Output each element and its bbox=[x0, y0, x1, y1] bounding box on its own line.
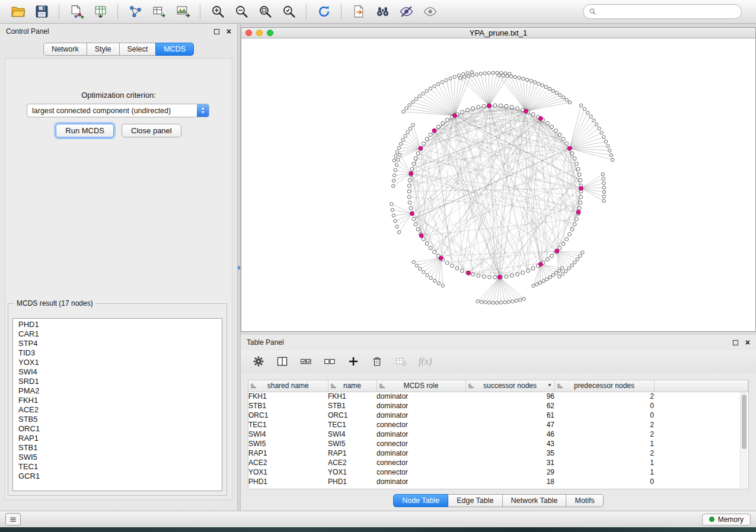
share-document-button[interactable] bbox=[348, 2, 369, 21]
mcds-result-item[interactable]: PMA2 bbox=[13, 386, 222, 396]
mcds-result-item[interactable]: SRD1 bbox=[13, 377, 222, 386]
table-cell[interactable]: 0 bbox=[554, 477, 654, 486]
table-row[interactable]: YOX1YOX1connector291 bbox=[248, 467, 748, 477]
export-image-button[interactable] bbox=[172, 2, 193, 21]
table-cell[interactable]: 2 bbox=[554, 430, 654, 439]
table-scrollbar[interactable] bbox=[740, 392, 748, 488]
table-cell[interactable]: 2 bbox=[554, 420, 654, 430]
mcds-result-list[interactable]: PHD1CAR1STP4TID3YOX1SWI4SRD1PMA2FKH1ACE2… bbox=[12, 318, 222, 491]
table-cell[interactable]: 47 bbox=[465, 420, 554, 430]
refresh-view-button[interactable] bbox=[313, 2, 334, 21]
table-cell[interactable]: ACE2 bbox=[328, 458, 377, 467]
mcds-result-item[interactable]: YOX1 bbox=[13, 358, 222, 367]
table-cell[interactable]: dominator bbox=[377, 448, 465, 458]
table-cell[interactable]: 29 bbox=[465, 467, 554, 477]
float-panel-icon[interactable] bbox=[214, 29, 219, 34]
hide-details-button[interactable] bbox=[395, 2, 417, 21]
table-cell[interactable]: RAP1 bbox=[248, 448, 328, 458]
table-cell[interactable]: 1 bbox=[554, 467, 654, 477]
table-cell[interactable]: FKH1 bbox=[248, 392, 328, 401]
table-cell[interactable]: 2 bbox=[554, 392, 654, 401]
table-cell[interactable]: SWI4 bbox=[328, 430, 377, 439]
column-header-successor-nodes[interactable]: successor nodes▾ bbox=[465, 380, 554, 392]
show-details-button[interactable] bbox=[419, 2, 441, 21]
memory-button[interactable]: Memory bbox=[702, 514, 751, 525]
mcds-result-item[interactable]: ACE2 bbox=[13, 405, 222, 415]
mcds-result-item[interactable]: GCR1 bbox=[13, 472, 222, 481]
table-cell[interactable]: PHD1 bbox=[328, 477, 377, 486]
mcds-result-item[interactable]: FKH1 bbox=[13, 396, 222, 405]
mcds-result-item[interactable]: STB5 bbox=[13, 415, 222, 424]
zoom-in-button[interactable] bbox=[207, 2, 228, 21]
table-cell[interactable]: 61 bbox=[465, 411, 554, 420]
network-graph[interactable] bbox=[241, 39, 755, 331]
table-cell[interactable]: ORC1 bbox=[328, 411, 377, 420]
table-cell[interactable]: 46 bbox=[465, 430, 554, 439]
mcds-result-item[interactable]: SWI5 bbox=[13, 453, 222, 462]
table-cell[interactable]: dominator bbox=[377, 401, 465, 411]
save-session-button[interactable] bbox=[31, 2, 52, 21]
table-cell[interactable]: dominator bbox=[377, 411, 465, 420]
table-scrollbar-thumb[interactable] bbox=[742, 395, 747, 449]
search-network-button[interactable] bbox=[372, 2, 393, 21]
zoom-selected-button[interactable] bbox=[278, 2, 299, 21]
table-row[interactable]: TEC1TEC1connector472 bbox=[248, 420, 748, 430]
table-cell[interactable]: YOX1 bbox=[328, 467, 377, 477]
table-row[interactable]: STB1STB1dominator620 bbox=[248, 401, 748, 411]
zoom-out-button[interactable] bbox=[231, 2, 252, 21]
table-cell[interactable]: STB1 bbox=[328, 401, 377, 411]
mcds-result-item[interactable]: CAR1 bbox=[13, 329, 222, 339]
mcds-result-item[interactable]: STP4 bbox=[13, 339, 222, 348]
column-header-name[interactable]: name bbox=[328, 380, 377, 392]
table-cell[interactable]: 96 bbox=[465, 392, 554, 401]
export-network-button[interactable] bbox=[125, 2, 146, 21]
import-table-button[interactable] bbox=[90, 2, 111, 21]
run-mcds-button[interactable]: Run MCDS bbox=[56, 124, 114, 137]
table-cell[interactable]: 62 bbox=[465, 401, 554, 411]
table-cell[interactable]: SWI5 bbox=[248, 439, 328, 448]
global-search-field[interactable] bbox=[583, 4, 742, 19]
search-input[interactable] bbox=[600, 7, 736, 17]
show-columns-button[interactable] bbox=[276, 355, 288, 367]
column-header-shared-name[interactable]: shared name bbox=[248, 380, 328, 392]
show-panel-button[interactable] bbox=[5, 513, 21, 525]
mcds-result-item[interactable]: TID3 bbox=[13, 348, 222, 358]
mcds-result-item[interactable]: STB1 bbox=[13, 443, 222, 453]
column-header-MCDS-role[interactable]: MCDS role bbox=[377, 380, 465, 392]
table-cell[interactable]: 43 bbox=[465, 439, 554, 448]
table-row[interactable]: ORC1ORC1dominator610 bbox=[248, 411, 748, 420]
add-column-button[interactable] bbox=[347, 355, 359, 367]
table-cell[interactable]: SWI5 bbox=[328, 439, 377, 448]
table-cell[interactable]: 0 bbox=[554, 401, 654, 411]
open-session-button[interactable] bbox=[7, 2, 28, 21]
table-cell[interactable]: ORC1 bbox=[248, 411, 328, 420]
table-cell[interactable]: PHD1 bbox=[248, 477, 328, 486]
table-cell[interactable]: 18 bbox=[465, 477, 554, 486]
table-cell[interactable]: 0 bbox=[554, 411, 654, 420]
tab-edge-table[interactable]: Edge Table bbox=[448, 494, 502, 507]
table-cell[interactable]: TEC1 bbox=[248, 420, 328, 430]
mcds-result-item[interactable]: TEC1 bbox=[13, 462, 222, 472]
table-cell[interactable]: STB1 bbox=[248, 401, 328, 411]
tab-motifs[interactable]: Motifs bbox=[566, 494, 603, 507]
table-row[interactable]: SWI5SWI5connector431 bbox=[248, 439, 748, 448]
mcds-result-item[interactable]: ORC1 bbox=[13, 424, 222, 434]
table-row[interactable]: ACE2ACE2connector311 bbox=[248, 458, 748, 467]
deselect-all-columns-button[interactable] bbox=[324, 355, 336, 367]
table-cell[interactable]: dominator bbox=[377, 477, 465, 486]
table-cell[interactable]: SWI4 bbox=[248, 430, 328, 439]
table-cell[interactable]: 35 bbox=[465, 448, 554, 458]
table-cell[interactable]: 1 bbox=[554, 439, 654, 448]
table-row[interactable]: PHD1PHD1dominator180 bbox=[248, 477, 748, 486]
table-cell[interactable]: RAP1 bbox=[328, 448, 377, 458]
table-cell[interactable]: dominator bbox=[377, 392, 465, 401]
import-network-button[interactable] bbox=[66, 2, 87, 21]
table-settings-button[interactable] bbox=[253, 355, 264, 367]
close-panel-icon[interactable]: × bbox=[227, 27, 231, 36]
network-canvas[interactable] bbox=[241, 39, 755, 331]
mcds-result-item[interactable]: SWI4 bbox=[13, 367, 222, 377]
tab-style[interactable]: Style bbox=[87, 43, 120, 56]
table-cell[interactable]: connector bbox=[377, 458, 465, 467]
zoom-fit-button[interactable] bbox=[254, 2, 276, 21]
table-cell[interactable]: dominator bbox=[377, 430, 465, 439]
